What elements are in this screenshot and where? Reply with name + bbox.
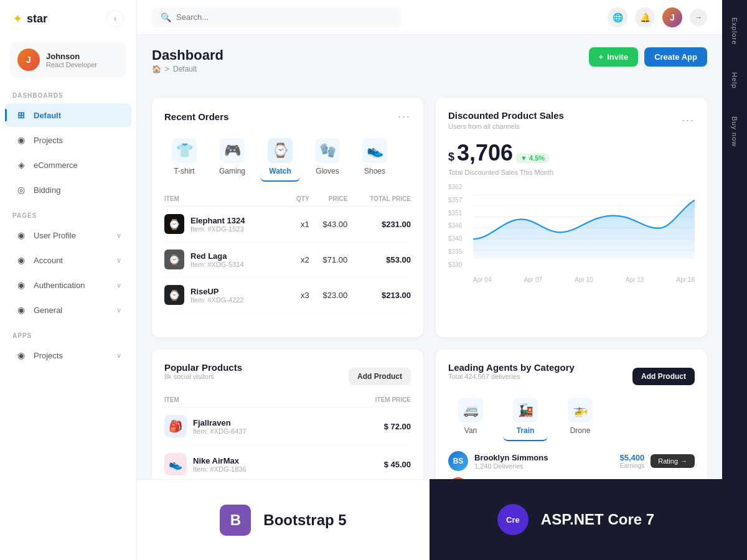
category-label: Watch: [269, 167, 291, 175]
product-price: $ 45.00: [336, 446, 411, 483]
order-name: Red Laga: [190, 251, 244, 261]
sidebar-section-dashboards: DASHBOARDS: [0, 82, 136, 103]
recent-orders-title: Recent Orders: [164, 111, 228, 122]
category-tab-gloves[interactable]: 🧤 Gloves: [308, 133, 347, 182]
category-tab-tshirt[interactable]: 👕 T-shirt: [164, 133, 204, 182]
rating-label: Rating: [658, 510, 678, 517]
sidebar-item-authentication[interactable]: ◉ Authentication ∨: [5, 273, 131, 297]
agent-earnings: $5,400: [607, 453, 644, 462]
order-icon: ⌚: [164, 285, 184, 305]
product-item: 🎒 Fjallraven Item: #XDG-6437: [164, 415, 336, 437]
sidebar-item-general[interactable]: ◉ General ∨: [5, 298, 131, 322]
chart-x-label: Apr 10: [575, 276, 593, 283]
topbar-arrow-button[interactable]: →: [690, 9, 707, 26]
agent-avatar: ZA: [448, 503, 468, 523]
explore-button[interactable]: Explore: [727, 10, 742, 52]
rating-button[interactable]: Rating →: [651, 506, 695, 520]
logo-star-icon: ✦: [12, 11, 23, 26]
plus-icon: +: [599, 52, 604, 62]
sales-badge: ▼ 4.5%: [515, 153, 550, 163]
sidebar-item-default[interactable]: ⊞ Default: [5, 103, 131, 127]
create-app-button[interactable]: Create App: [644, 47, 707, 67]
order-icon: ⌚: [164, 250, 184, 269]
chart-y-label: $340: [448, 235, 462, 242]
page-header: Dashboard 🏠 > Default + Invite Create Ap…: [152, 47, 707, 85]
help-button[interactable]: Help: [727, 65, 742, 96]
agents-add-button[interactable]: Add Product: [632, 368, 695, 385]
sidebar-item-ecommerce[interactable]: ◈ eCommerce: [5, 153, 131, 177]
sidebar-logo: ✦ star ‹: [0, 0, 136, 37]
agent-name: Agent 2: [474, 479, 601, 488]
bidding-icon: ◎: [15, 184, 27, 196]
order-item: ⌚ Elephant 1324 Item: #XDG-1523: [164, 214, 289, 234]
chart-y-label: $330: [448, 261, 462, 268]
order-qty: x3: [289, 278, 309, 313]
category-tab-gaming[interactable]: 🎮 Gaming: [212, 133, 253, 182]
invite-button[interactable]: + Invite: [589, 47, 639, 67]
home-icon: 🏠: [152, 65, 161, 73]
search-box[interactable]: 🔍: [152, 7, 401, 27]
sidebar-item-bidding[interactable]: ◎ Bidding: [5, 178, 131, 202]
rating-label: Rating: [658, 457, 678, 465]
agent-tab-drone[interactable]: 🚁 Drone: [558, 393, 603, 441]
topbar-globe-button[interactable]: 🌐: [608, 7, 627, 27]
buy-now-button[interactable]: Buy now: [727, 109, 742, 154]
sidebar-item-label: Projects: [34, 351, 63, 360]
topbar-notification-button[interactable]: 🔔: [635, 7, 655, 27]
chevron-down-icon: ∨: [116, 231, 121, 240]
right-panel: Explore Help Buy now: [722, 0, 747, 560]
agent-tab-label: Drone: [570, 426, 591, 435]
card-menu-icon[interactable]: ···: [682, 114, 695, 127]
sidebar-item-account[interactable]: ◉ Account ∨: [5, 248, 131, 272]
sidebar-item-projects[interactable]: ◉ Projects: [5, 128, 131, 152]
category-label: T-shirt: [174, 167, 194, 175]
products-table: ITEM ITEM PRICE 🎒 Fjallraven Item: #XDG-…: [164, 393, 411, 521]
table-row: 👟 Nike AirMax Item: #XDG-1836 $ 45.00: [164, 446, 411, 483]
projects-app-icon: ◉: [15, 349, 27, 362]
order-item: ⌚ RiseUP Item: #XDG-4222: [164, 285, 289, 305]
category-tab-shoes[interactable]: 👟 Shoes: [355, 133, 395, 182]
sidebar-item-user-profile[interactable]: ◉ User Profile ∨: [5, 223, 131, 247]
chevron-down-icon: ∨: [116, 306, 121, 314]
search-icon: 🔍: [161, 12, 171, 22]
add-product-button[interactable]: Add Product: [349, 368, 411, 385]
col-qty: QTY: [289, 192, 309, 207]
order-sku: Item: #XDG-1523: [190, 225, 245, 233]
auth-icon: ◉: [15, 279, 27, 291]
sidebar-item-projects-app[interactable]: ◉ Projects ∨: [5, 343, 131, 367]
recent-orders-card: Recent Orders ··· 👕 T-shirt 🎮 Gaming ⌚ W…: [152, 98, 423, 337]
agent-tab-van[interactable]: 🚐 Van: [448, 393, 493, 441]
agent-tab-label: Train: [517, 426, 535, 435]
sidebar-item-label: User Profile: [34, 231, 76, 240]
rating-button[interactable]: Rating →: [651, 480, 695, 494]
product-name: Nike AirMax: [193, 456, 247, 465]
order-total: $213.00: [347, 278, 411, 313]
products-header: Popular Products 8k social visitors Add …: [164, 362, 411, 390]
user-name: Johnson: [46, 52, 97, 61]
product-icon: 👟: [164, 453, 187, 475]
search-input[interactable]: [176, 12, 392, 22]
card-menu-icon[interactable]: ···: [398, 110, 411, 123]
col-total: TOTAL PRICE: [347, 192, 411, 207]
sales-title: Discounted Product Sales: [448, 110, 564, 121]
sidebar-item-label: General: [34, 306, 62, 315]
rating-button[interactable]: Rating →: [651, 454, 695, 468]
product-name: Product 3: [193, 494, 247, 503]
logo-text: star: [27, 12, 47, 26]
breadcrumb-separator: >: [165, 65, 169, 73]
sidebar-collapse-button[interactable]: ‹: [106, 10, 124, 27]
agent-deliveries: 1,240 Deliveries: [474, 462, 601, 470]
category-tab-watch[interactable]: ⌚ Watch: [260, 133, 300, 182]
category-tabs: 👕 T-shirt 🎮 Gaming ⌚ Watch 🧤 Gloves 👟: [164, 133, 411, 182]
chart-y-label: $362: [448, 184, 462, 190]
topbar-user-avatar[interactable]: J: [662, 7, 682, 27]
chart-y-label: $357: [448, 197, 462, 203]
list-item: A2 Agent 2 6,074 Deliveries $174,074 Ear…: [448, 477, 695, 497]
avatar: J: [17, 49, 40, 71]
agent-tab-train[interactable]: 🚂 Train: [503, 393, 548, 441]
list-item: ZA Zuid Area 357 Deliveries $2,737 Earni…: [448, 503, 695, 523]
chart-svg: [473, 184, 695, 259]
table-row: 👚 Product 3 Item: #XDG-1746 $ 14.50: [164, 483, 411, 521]
chart-y-label: $335: [448, 248, 462, 255]
agent-deliveries: 6,074 Deliveries: [474, 488, 601, 496]
